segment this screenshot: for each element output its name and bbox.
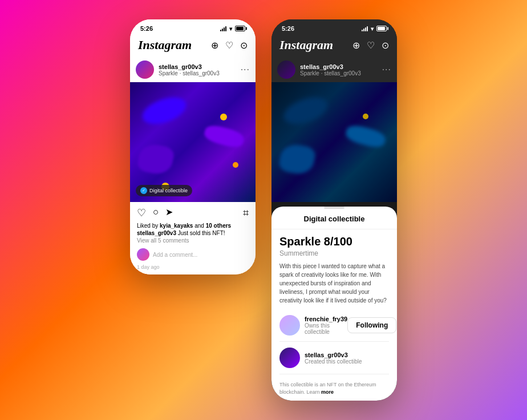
comment-input-row-light: Add a comment...: [130, 246, 256, 263]
header-icons-dark: ⊕ ♡ ⊙: [352, 40, 389, 51]
share-button-light[interactable]: ➤: [165, 207, 173, 219]
user-info-light[interactable]: stellas_gr00v3 Sparkle · stellas_gr00v3: [136, 60, 220, 79]
instagram-header-dark: Instagram ⊕ ♡ ⊙: [271, 34, 397, 57]
avatar-dark: [277, 60, 295, 79]
digital-collectible-sheet: Digital collectible Sparkle 8/100 Summer…: [271, 207, 397, 400]
dot2: [233, 162, 238, 168]
shape3: [202, 123, 245, 150]
bar2-dark: [363, 29, 364, 31]
badge-check-icon: ✓: [140, 187, 147, 194]
time-light: 5:26: [140, 25, 153, 32]
creator-info: stellas_gr00v3 Created this collectible: [279, 348, 362, 368]
post-image-light: ✓ Digital collectible: [130, 82, 256, 202]
bar1-dark: [362, 30, 363, 31]
nft-name: Sparkle 8/100: [271, 229, 397, 249]
user-text-dark: stellas_gr00v3 Sparkle · stellas_gr00v3: [300, 63, 361, 76]
instagram-header-light: Instagram ⊕ ♡ ⊙: [130, 34, 256, 57]
post-user-dark: stellas_gr00v3 Sparkle · stellas_gr00v3 …: [271, 57, 397, 82]
post-image-dark: [271, 82, 397, 202]
comment-placeholder-light[interactable]: Add a comment...: [153, 252, 197, 258]
messenger-icon-dark[interactable]: ⊙: [382, 40, 389, 51]
battery-fill-dark: [378, 27, 385, 30]
timestamp-light: 1 day ago: [130, 263, 256, 274]
sheet-footer: This collectible is an NFT on the Ethere…: [271, 377, 397, 400]
sheet-handle: [324, 207, 344, 209]
heart-icon-light[interactable]: ♡: [225, 40, 233, 51]
status-icons-light: ▾: [220, 26, 245, 32]
owner-text: frenchie_fry39 Owns this collectible: [305, 316, 347, 335]
comment-button-light[interactable]: ○: [153, 207, 159, 219]
add-icon-dark[interactable]: ⊕: [352, 40, 360, 51]
like-button-light[interactable]: ♡: [137, 207, 146, 219]
signal-icon-dark: [362, 26, 368, 31]
divider2: [279, 374, 389, 374]
owner-name: frenchie_fry39: [305, 316, 347, 322]
time-dark: 5:26: [282, 25, 294, 32]
username-light: stellas_gr00v3: [159, 63, 220, 70]
instagram-logo-dark: Instagram: [279, 38, 333, 52]
battery-icon-dark: [376, 26, 387, 31]
shape3-dark: [344, 123, 387, 150]
owner-role: Owns this collectible: [305, 322, 347, 335]
instagram-logo-light: Instagram: [138, 38, 192, 52]
username-dark: stellas_gr00v3: [300, 63, 361, 70]
dot1: [220, 114, 227, 120]
avatar-light: [136, 60, 154, 79]
creator-text: stellas_gr00v3 Created this collectible: [305, 352, 362, 365]
collectible-badge-light[interactable]: ✓ Digital collectible: [136, 185, 192, 196]
header-icons-light: ⊕ ♡ ⊙: [211, 40, 248, 51]
bookmark-button-light[interactable]: ⌗: [243, 207, 249, 219]
learn-more-link[interactable]: more: [321, 389, 334, 395]
following-button[interactable]: Following: [347, 317, 396, 333]
wifi-icon-dark: ▾: [371, 26, 374, 32]
post-actions-light: ♡ ○ ➤ ⌗: [130, 202, 256, 221]
commenter-avatar-light: [137, 248, 149, 261]
sheet-title: Digital collectible: [271, 215, 397, 229]
bar4: [225, 26, 226, 31]
status-bar-dark: 5:26 ▾: [271, 19, 397, 34]
add-icon-light[interactable]: ⊕: [211, 40, 218, 51]
owner-avatar: [279, 315, 300, 336]
messenger-icon-light[interactable]: ⊙: [240, 40, 248, 51]
status-icons-dark: ▾: [362, 26, 387, 32]
post-caption-light: stellas_gr00v3 Just sold this NFT!: [137, 230, 249, 236]
more-button-light[interactable]: ···: [241, 64, 250, 75]
bar2: [222, 29, 223, 31]
bar1: [220, 30, 221, 31]
creator-avatar: [279, 348, 300, 368]
phone-light: 5:26 ▾ Instagram ⊕ ♡ ⊙: [130, 19, 256, 274]
creator-name: stellas_gr00v3: [305, 352, 362, 358]
user-subtitle-light: Sparkle · stellas_gr00v3: [159, 70, 220, 76]
status-bar-light: 5:26 ▾: [130, 19, 256, 34]
shape1-dark: [281, 92, 331, 130]
liked-by-light: Liked by kyia_kayaks and 10 others: [137, 223, 249, 229]
bar3: [224, 27, 225, 31]
bar4-dark: [367, 26, 368, 31]
battery-fill: [236, 27, 244, 30]
phone-dark: 5:26 ▾ Instagram ⊕ ♡ ⊙: [271, 19, 397, 400]
signal-icon: [220, 26, 226, 31]
avatar-img-light: [136, 60, 154, 79]
comments-link-light[interactable]: View all 5 comments: [137, 237, 249, 244]
more-button-dark[interactable]: ···: [382, 64, 391, 75]
heart-icon-dark[interactable]: ♡: [367, 40, 375, 51]
wifi-icon: ▾: [229, 26, 232, 32]
dot1-dark: [363, 114, 368, 119]
bar3-dark: [365, 27, 366, 31]
user-text-light: stellas_gr00v3 Sparkle · stellas_gr00v3: [159, 63, 220, 76]
battery-icon: [235, 26, 245, 31]
creator-role: Created this collectible: [305, 358, 362, 365]
owner-row: frenchie_fry39 Owns this collectible Fol…: [271, 312, 397, 339]
shape2-dark: [278, 143, 317, 177]
action-left-light: ♡ ○ ➤: [137, 207, 173, 219]
nft-subtitle: Summertime: [271, 249, 397, 262]
shape2: [136, 143, 175, 177]
user-subtitle-dark: Sparkle · stellas_gr00v3: [300, 70, 361, 76]
post-user-light: stellas_gr00v3 Sparkle · stellas_gr00v3 …: [130, 57, 256, 82]
owner-info: frenchie_fry39 Owns this collectible: [279, 315, 347, 336]
divider: [279, 341, 389, 342]
post-info-light: Liked by kyia_kayaks and 10 others stell…: [130, 221, 256, 246]
shape1: [139, 92, 190, 130]
creator-row: stellas_gr00v3 Created this collectible: [271, 344, 397, 371]
user-info-dark[interactable]: stellas_gr00v3 Sparkle · stellas_gr00v3: [277, 60, 361, 79]
